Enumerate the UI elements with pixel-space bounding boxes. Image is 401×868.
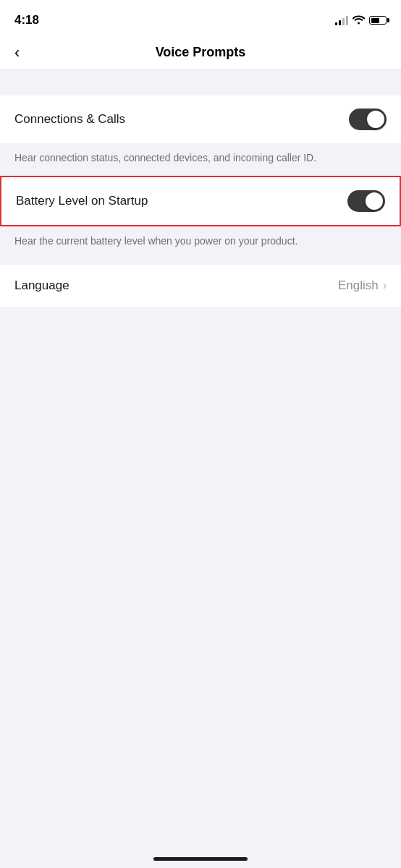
connections-calls-description: Hear connection status, connected device… bbox=[14, 152, 316, 163]
back-button[interactable]: ‹ bbox=[14, 45, 20, 61]
connections-calls-description-block: Hear connection status, connected device… bbox=[0, 143, 401, 176]
connections-calls-row: Connections & Calls bbox=[0, 95, 401, 143]
nav-header: ‹ Voice Prompts bbox=[0, 36, 401, 69]
status-icons bbox=[335, 14, 387, 27]
section-gap-top bbox=[0, 69, 401, 95]
language-label: Language bbox=[14, 278, 69, 293]
language-right: English › bbox=[338, 278, 387, 293]
language-row[interactable]: Language English › bbox=[0, 265, 401, 307]
chevron-right-icon: › bbox=[383, 279, 387, 292]
battery-level-label: Battery Level on Startup bbox=[16, 194, 148, 208]
battery-level-toggle[interactable] bbox=[347, 190, 385, 212]
page-title: Voice Prompts bbox=[156, 45, 246, 60]
section-gap-middle bbox=[0, 259, 401, 265]
battery-level-description: Hear the current battery level when you … bbox=[14, 235, 297, 247]
battery-level-description-block: Hear the current battery level when you … bbox=[0, 226, 401, 259]
signal-icon bbox=[335, 15, 348, 25]
battery-level-row: Battery Level on Startup bbox=[1, 177, 400, 225]
status-time: 4:18 bbox=[14, 13, 39, 27]
status-bar: 4:18 bbox=[0, 0, 401, 36]
battery-level-highlighted-section: Battery Level on Startup bbox=[0, 176, 401, 226]
battery-icon bbox=[369, 16, 387, 25]
home-indicator bbox=[153, 857, 248, 861]
language-value: English bbox=[338, 278, 379, 293]
wifi-icon bbox=[353, 14, 365, 27]
main-background bbox=[0, 307, 401, 813]
connections-calls-toggle[interactable] bbox=[349, 109, 387, 130]
connections-calls-label: Connections & Calls bbox=[14, 112, 125, 127]
